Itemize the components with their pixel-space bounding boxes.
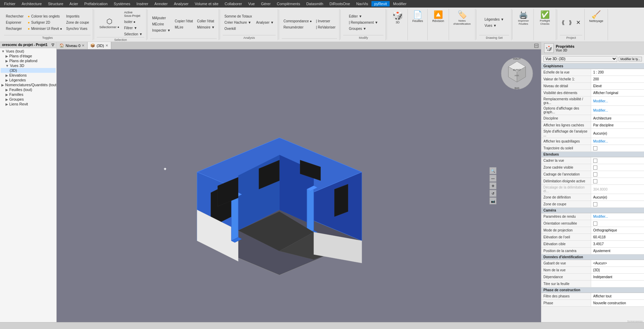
cb-orient[interactable]: [593, 222, 597, 226]
val-cadrage-annot[interactable]: [591, 171, 644, 178]
btn-inverser[interactable]: | Inverser: [314, 18, 337, 24]
menu-acier[interactable]: Acier: [67, 1, 81, 7]
val-echelle-vue[interactable]: 1 : 200: [591, 69, 644, 76]
val-cadrer-vue[interactable]: [591, 157, 644, 164]
val-zone-def[interactable]: Aucun(e): [591, 194, 644, 201]
btn-importes[interactable]: Importés: [65, 13, 91, 19]
view-ctrl-camera[interactable]: 📷: [490, 197, 496, 204]
cb-zone-cadree[interactable]: [593, 166, 597, 170]
menu-prefab[interactable]: Préfabrication: [81, 1, 110, 7]
tree-vues-3d[interactable]: ▼ Vues 3D: [1, 63, 56, 68]
btn-prev[interactable]: ⟪: [560, 18, 566, 27]
val-visibilite[interactable]: Afficher l'original: [591, 90, 644, 96]
btn-espionner[interactable]: Espionner: [4, 20, 25, 25]
btn-next[interactable]: ⟫: [567, 18, 574, 27]
val-titre-feuille[interactable]: [591, 281, 644, 287]
btn-memoire[interactable]: Mémoire ▼: [195, 24, 217, 30]
val-options-affichage[interactable]: Modifier...: [591, 106, 644, 115]
menu-navvis[interactable]: NavVis: [354, 1, 371, 7]
btn-feuilles[interactable]: 📄 Feuilles: [410, 10, 425, 24]
val-discipline[interactable]: Architecture: [591, 115, 644, 122]
prop-view-name-select[interactable]: Vue 3D: (3D): [543, 56, 617, 62]
btn-nettoyage[interactable]: 🧹 Nettoyage: [587, 10, 606, 24]
prop-modify-btn[interactable]: Modifier le ty...: [619, 57, 642, 61]
btn-notes[interactable]: 🏷️ Notesd'identification: [451, 10, 473, 27]
btn-rechercher[interactable]: Rechercher: [4, 13, 25, 19]
val-pos-camera[interactable]: Ajustement: [591, 248, 644, 254]
val-rendu[interactable]: Modifier...: [591, 213, 644, 220]
btn-renumeroter[interactable]: Renuméroter: [282, 24, 314, 30]
cb-zone-coupe[interactable]: [593, 202, 597, 206]
tree-liens[interactable]: ▶ Liens Revit: [1, 102, 56, 106]
btn-3d[interactable]: 🎲 3D: [390, 10, 405, 25]
btn-legendes[interactable]: Légendes ▼: [483, 16, 506, 22]
val-niveau-detail[interactable]: Elevé: [591, 83, 644, 89]
val-mode-proj[interactable]: Orthographique: [591, 227, 644, 234]
btn-revision[interactable]: 🔼 Révision: [430, 10, 447, 24]
view-ctrl-zoom-out[interactable]: —: [490, 175, 496, 182]
btn-correspondance[interactable]: Correspondance ●: [282, 18, 314, 24]
tab-niveau0-close[interactable]: ✕: [82, 44, 84, 47]
tree-plans-etage[interactable]: ▶ Plans d'étage: [1, 54, 56, 58]
menu-gerer[interactable]: Gérer: [258, 1, 273, 7]
val-valeur-echelle[interactable]: 200: [591, 76, 644, 82]
tree-3d-view[interactable]: (3D): [1, 68, 56, 73]
menu-architecture[interactable]: Architecture: [19, 1, 45, 7]
nav-cube[interactable]: HAUT BAS AVANT ARR.: [500, 56, 534, 91]
btn-mlire[interactable]: MLire: [173, 24, 195, 30]
tree-groupes[interactable]: ▶ Groupes: [1, 97, 56, 102]
tab-3d[interactable]: 📦 (3D) ✕: [88, 42, 111, 49]
menu-vue[interactable]: Vue: [245, 1, 257, 7]
tree-familles[interactable]: ▶ Familles: [1, 92, 56, 97]
btn-surligner[interactable]: ● Surligner 2D: [26, 20, 64, 25]
val-lignes-cachees[interactable]: Par discipline: [591, 122, 644, 128]
btn-vues[interactable]: Vues ▼: [483, 23, 506, 29]
btn-recharger[interactable]: Recharger: [4, 26, 25, 32]
val-zone-cadree[interactable]: [591, 164, 644, 171]
btn-copier-etat[interactable]: Copier l'état: [173, 18, 195, 24]
btn-preflight[interactable]: ✅ PreflightChecks: [538, 10, 552, 27]
view-ctrl-orbit[interactable]: ↺: [490, 190, 496, 197]
btn-somme[interactable]: Somme de Totaux: [223, 13, 254, 19]
cb-trajectoire[interactable]: [593, 146, 597, 150]
btn-mecrire[interactable]: MEcrire: [150, 21, 172, 27]
btn-print[interactable]: 🖨️ ImprimerFeuilles: [516, 10, 531, 27]
btn-majouter[interactable]: MAjouter: [150, 15, 172, 21]
menu-diroots[interactable]: DiRootsOne: [327, 1, 353, 7]
btn-minimiser[interactable]: ● Minimiser UI Revit ●: [26, 26, 64, 32]
btn-revaloriser[interactable]: | ReValoriser: [314, 24, 337, 30]
viewport[interactable]: HAUT BAS AVANT ARR. 🔍 — ✛ ↺ 📷 ✦: [57, 49, 541, 322]
btn-synchro[interactable]: Synchro Vues: [65, 26, 91, 32]
menu-systemes[interactable]: Systèmes: [111, 1, 133, 7]
val-elev-cible[interactable]: 3.4917: [591, 241, 644, 247]
val-trajectoire[interactable]: [591, 145, 644, 151]
menu-fichier[interactable]: Fichier: [1, 1, 18, 7]
btn-inspecter[interactable]: Inspecter ▼: [150, 27, 172, 33]
browser-collapse[interactable]: ▽: [51, 43, 54, 47]
menu-volume[interactable]: Volume et site: [192, 1, 221, 7]
val-remplacements[interactable]: Modifier...: [591, 97, 644, 105]
val-zone-coupe[interactable]: [591, 201, 644, 207]
menu-complements[interactable]: Compléments: [274, 1, 303, 7]
btn-zone-coupe[interactable]: Zone de coupe: [65, 20, 91, 25]
val-nom-vue[interactable]: {3D}: [591, 267, 644, 273]
menu-structure[interactable]: Structure: [45, 1, 66, 7]
btn-colorer[interactable]: ● Colorer les onglets: [26, 13, 64, 19]
btn-overkill[interactable]: Overkill: [223, 26, 254, 32]
btn-filtrer[interactable]: Filtrer ▼: [122, 25, 144, 31]
menu-pyrevit[interactable]: pyRevit: [371, 1, 390, 7]
val-phase[interactable]: Nouvelle construction: [591, 300, 644, 306]
tree-vues-tout[interactable]: ▼ Vues (tout): [1, 49, 56, 54]
menu-annoter[interactable]: Annoter: [152, 1, 171, 7]
val-gabarit[interactable]: <Aucun>: [591, 260, 644, 266]
btn-selectionner[interactable]: ⬡ Sélectionner ●: [97, 16, 122, 30]
menu-modifier[interactable]: Modifier: [390, 1, 409, 7]
tab-3d-close[interactable]: ✕: [105, 44, 108, 47]
menu-datasmith[interactable]: Datasmith: [303, 1, 326, 7]
menu-collaborer[interactable]: Collaborer: [222, 1, 245, 7]
tree-elevations[interactable]: ▶ Elevations: [1, 73, 56, 78]
cb-delim[interactable]: [593, 179, 597, 183]
tree-legendes[interactable]: ▶ Légendes: [1, 78, 56, 82]
tree-feuilles[interactable]: ▶ Feuilles (tout): [1, 87, 56, 92]
val-style-analyse[interactable]: Aucun(e): [591, 129, 644, 138]
